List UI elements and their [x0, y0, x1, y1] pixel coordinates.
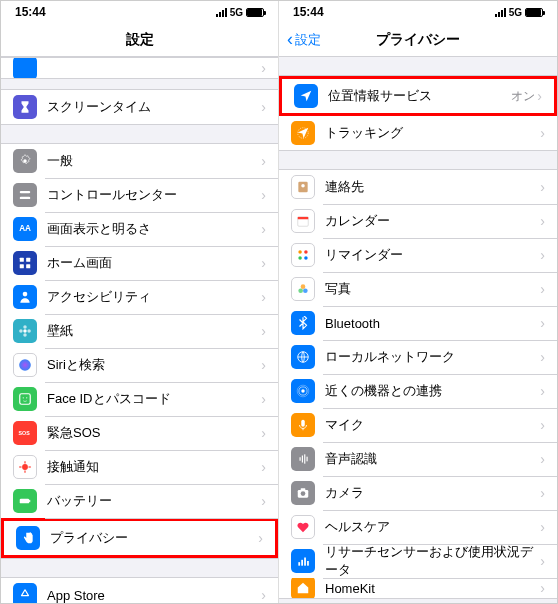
- svg-point-12: [19, 329, 23, 333]
- row-label: ローカルネットワーク: [325, 348, 540, 366]
- privacy-row-contacts[interactable]: 連絡先›: [279, 170, 557, 204]
- settings-row-appstore[interactable]: App Store›: [1, 578, 278, 603]
- chevron-right-icon: ›: [261, 289, 266, 305]
- settings-row-text[interactable]: AA画面表示と明るさ›: [1, 212, 278, 246]
- status-network: 5G: [509, 7, 522, 18]
- status-bar: 15:44 5G: [279, 1, 557, 23]
- peek-icon: [13, 58, 37, 78]
- settings-row-face[interactable]: Face IDとパスコード›: [1, 382, 278, 416]
- svg-rect-53: [301, 560, 303, 566]
- nav-bar: 設定: [1, 23, 278, 57]
- svg-rect-46: [302, 456, 303, 463]
- svg-point-8: [23, 292, 28, 297]
- svg-rect-25: [29, 500, 30, 502]
- siri-icon: [13, 353, 37, 377]
- row-label: 位置情報サービス: [328, 87, 511, 105]
- row-label: リマインダー: [325, 246, 540, 264]
- row-label: 壁紙: [47, 322, 261, 340]
- privacy-row-network[interactable]: ローカルネットワーク›: [279, 340, 557, 374]
- row-label: 緊急SOS: [47, 424, 261, 442]
- settings-row-hourglass[interactable]: スクリーンタイム›: [1, 90, 278, 124]
- privacy-row-camera[interactable]: カメラ›: [279, 476, 557, 510]
- row-label: カレンダー: [325, 212, 540, 230]
- privacy-row-speech[interactable]: 音声認識›: [279, 442, 557, 476]
- research-icon: [291, 549, 315, 573]
- svg-rect-47: [304, 454, 305, 463]
- appstore-icon: [13, 583, 37, 603]
- svg-point-41: [301, 389, 305, 393]
- settings-row-hand[interactable]: プライバシー›: [4, 521, 275, 555]
- chevron-right-icon: ›: [540, 315, 545, 331]
- privacy-row-health[interactable]: ヘルスケア›: [279, 510, 557, 544]
- settings-row-grid[interactable]: ホーム画面›: [1, 246, 278, 280]
- svg-rect-2: [20, 197, 31, 199]
- battery-icon: [525, 8, 543, 17]
- settings-row-peek[interactable]: ›: [1, 58, 278, 78]
- privacy-row-bluetooth[interactable]: Bluetooth›: [279, 306, 557, 340]
- svg-point-16: [23, 397, 24, 398]
- chevron-right-icon: ›: [261, 60, 266, 76]
- chevron-right-icon: ›: [258, 530, 263, 546]
- status-signal: 5G: [216, 7, 264, 18]
- svg-rect-1: [20, 191, 31, 193]
- settings-row-switches[interactable]: コントロールセンター›: [1, 178, 278, 212]
- svg-point-9: [23, 329, 27, 333]
- svg-point-13: [27, 329, 31, 333]
- settings-row-person[interactable]: アクセシビリティ›: [1, 280, 278, 314]
- virus-icon: [13, 455, 37, 479]
- svg-rect-24: [20, 499, 29, 504]
- privacy-row-calendar[interactable]: カレンダー›: [279, 204, 557, 238]
- status-time: 15:44: [293, 5, 324, 19]
- svg-point-50: [301, 491, 306, 496]
- privacy-content[interactable]: 位置情報サービスオン›トラッキング› 連絡先›カレンダー›リマインダー›写真›B…: [279, 57, 557, 603]
- privacy-row-photos[interactable]: 写真›: [279, 272, 557, 306]
- face-icon: [13, 387, 37, 411]
- sos-icon: SOS: [13, 421, 37, 445]
- settings-row-siri[interactable]: Siriと検索›: [1, 348, 278, 382]
- privacy-row-mic[interactable]: マイク›: [279, 408, 557, 442]
- back-label: 設定: [295, 31, 321, 49]
- chevron-right-icon: ›: [261, 187, 266, 203]
- settings-row-battery[interactable]: バッテリー›: [1, 484, 278, 518]
- settings-row-virus[interactable]: 接触通知›: [1, 450, 278, 484]
- back-button[interactable]: ‹ 設定: [287, 29, 321, 50]
- row-value: オン: [511, 88, 535, 105]
- privacy-row-research[interactable]: リサーチセンサーおよび使用状況データ›: [279, 544, 557, 578]
- row-label: 連絡先: [325, 178, 540, 196]
- row-label: Bluetooth: [325, 316, 540, 331]
- privacy-row-home[interactable]: HomeKit›: [279, 578, 557, 598]
- row-label: トラッキング: [325, 124, 540, 142]
- chevron-right-icon: ›: [540, 451, 545, 467]
- tracking-icon: [291, 121, 315, 145]
- status-time: 15:44: [15, 5, 46, 19]
- settings-row-sos[interactable]: SOS緊急SOS›: [1, 416, 278, 450]
- chevron-right-icon: ›: [261, 459, 266, 475]
- svg-rect-32: [298, 217, 309, 219]
- settings-row-flower[interactable]: 壁紙›: [1, 314, 278, 348]
- svg-point-11: [23, 333, 27, 337]
- privacy-row-location[interactable]: 位置情報サービスオン›: [282, 79, 554, 113]
- chevron-right-icon: ›: [540, 179, 545, 195]
- privacy-row-reminders[interactable]: リマインダー›: [279, 238, 557, 272]
- settings-content[interactable]: › スクリーンタイム› 一般›コントロールセンター›AA画面表示と明るさ›ホーム…: [1, 57, 278, 603]
- svg-rect-6: [20, 264, 24, 268]
- home-icon: [291, 578, 315, 598]
- reminders-icon: [291, 243, 315, 267]
- row-label: アクセシビリティ: [47, 288, 261, 306]
- svg-point-37: [301, 284, 306, 289]
- svg-rect-44: [301, 420, 305, 427]
- settings-row-gear[interactable]: 一般›: [1, 144, 278, 178]
- chevron-right-icon: ›: [261, 391, 266, 407]
- svg-text:SOS: SOS: [19, 430, 31, 436]
- privacy-row-tracking[interactable]: トラッキング›: [279, 116, 557, 150]
- chevron-right-icon: ›: [261, 221, 266, 237]
- row-label: 接触通知: [47, 458, 261, 476]
- contacts-icon: [291, 175, 315, 199]
- calendar-icon: [291, 209, 315, 233]
- devices-icon: [291, 379, 315, 403]
- chevron-left-icon: ‹: [287, 29, 293, 50]
- chevron-right-icon: ›: [261, 153, 266, 169]
- privacy-row-devices[interactable]: 近くの機器との連携›: [279, 374, 557, 408]
- chevron-right-icon: ›: [261, 493, 266, 509]
- mic-icon: [291, 413, 315, 437]
